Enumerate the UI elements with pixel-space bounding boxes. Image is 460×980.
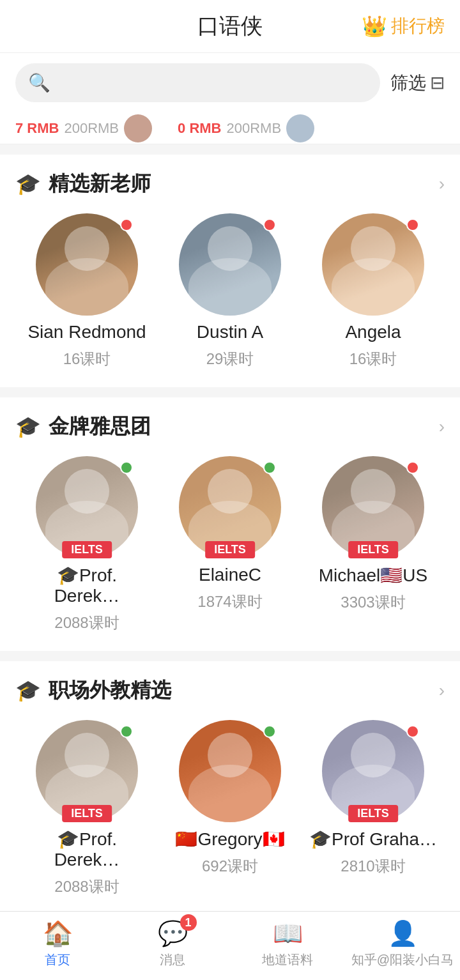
avatar-wrap-gregory: [179, 720, 281, 822]
section-workplace: 🎓 职场外教精选 › IELTS 🎓Prof. Derek… 2088课时: [0, 661, 460, 915]
teacher-grid-new: Sian Redmond 16课时 Dustin A 29课时: [15, 213, 445, 369]
teacher-card-gregory[interactable]: 🇨🇳Gregory🇨🇦 692课时: [166, 720, 294, 897]
teacher-card-elaine[interactable]: IELTS ElaineC 1874课时: [166, 456, 294, 633]
ielts-badge-derek: IELTS: [62, 541, 112, 558]
search-bar-row: 🔍 筛选 ⊟: [0, 53, 460, 112]
price-2-orig: 200RMB: [227, 120, 282, 137]
price-strip: 7 RMB 200RMB 0 RMB 200RMB: [0, 112, 460, 144]
price-2-avatar: [286, 114, 314, 142]
teacher-lessons-sian: 16课时: [63, 349, 111, 369]
section-title-wrap-workplace: 🎓 职场外教精选: [15, 677, 171, 705]
online-dot-derek: [120, 461, 133, 474]
nav-label-messages: 消息: [160, 951, 185, 969]
search-icon: 🔍: [28, 72, 50, 93]
teacher-name-profg: 🎓Prof Graha…: [309, 829, 437, 850]
online-dot-profg: [406, 725, 419, 738]
section-ielts: 🎓 金牌雅思团 › IELTS 🎓Prof. Derek… 2088课时: [0, 397, 460, 651]
grad-icon-ielts: 🎓: [15, 415, 41, 439]
online-dot-angela: [406, 218, 419, 231]
teacher-name-dustin: Dustin A: [197, 322, 263, 342]
price-2-amount: 0 RMB: [178, 120, 221, 137]
price-1-avatar: [124, 114, 152, 142]
price-item-2: 0 RMB 200RMB: [178, 114, 314, 142]
nav-label-zhihu: 知乎@阳装小白马: [351, 951, 454, 969]
nav-badge-wrap-messages: 💬 1: [158, 919, 188, 947]
teacher-card-dustin[interactable]: Dustin A 29课时: [166, 213, 294, 369]
teacher-card-derek[interactable]: IELTS 🎓Prof. Derek… 2088课时: [23, 456, 151, 633]
grad-icon-new: 🎓: [15, 172, 41, 196]
section-header-ielts: 🎓 金牌雅思团 ›: [15, 413, 445, 441]
price-1-orig: 200RMB: [64, 120, 119, 137]
nav-item-home[interactable]: 🏠 首页: [0, 919, 115, 969]
ielts-badge-derek2: IELTS: [62, 805, 112, 822]
online-dot-elaine: [263, 461, 276, 474]
main-content: 🎓 精选新老师 › Sian Redmond 16课时: [0, 155, 460, 980]
nav-item-content[interactable]: 📖 地道语料: [230, 919, 345, 969]
teacher-grid-workplace: IELTS 🎓Prof. Derek… 2088课时 🇨🇳Gregory🇨🇦 6…: [15, 720, 445, 897]
avatar-wrap-profg: IELTS: [322, 720, 424, 822]
zhihu-icon: 👤: [388, 919, 418, 947]
section-title-wrap-ielts: 🎓 金牌雅思团: [15, 413, 151, 441]
grad-icon-workplace: 🎓: [15, 678, 41, 703]
nav-label-home: 首页: [45, 951, 70, 969]
nav-item-messages[interactable]: 💬 1 消息: [115, 919, 230, 969]
online-dot-sian: [120, 218, 133, 231]
section-title-new: 精选新老师: [49, 170, 151, 198]
avatar-wrap-dustin: [179, 213, 281, 316]
ielts-badge-michael: IELTS: [348, 541, 398, 558]
crown-icon: 👑: [362, 14, 387, 38]
teacher-card-angela[interactable]: Angela 16课时: [309, 213, 437, 369]
section-header-new: 🎓 精选新老师 ›: [15, 170, 445, 198]
nav-item-zhihu[interactable]: 👤 知乎@阳装小白马: [345, 919, 460, 969]
filter-icon: ⊟: [430, 72, 445, 93]
section-title-workplace: 职场外教精选: [49, 677, 171, 705]
teacher-name-michael: Michael🇺🇸US: [319, 565, 427, 586]
search-input-wrap[interactable]: 🔍: [15, 63, 380, 102]
avatar-wrap-sian: [36, 213, 138, 316]
chevron-right-ielts[interactable]: ›: [439, 417, 445, 437]
avatar-wrap-elaine: IELTS: [179, 456, 281, 558]
teacher-lessons-profg: 2810课时: [341, 856, 405, 877]
teacher-grid-ielts: IELTS 🎓Prof. Derek… 2088课时 IELTS ElaineC…: [15, 456, 445, 633]
teacher-lessons-angela: 16课时: [349, 349, 397, 369]
nav-label-content: 地道语料: [262, 951, 313, 969]
app-title: 口语侠: [197, 11, 263, 41]
online-dot-michael: [406, 461, 419, 474]
filter-label: 筛选: [390, 71, 426, 95]
ranking-label: 排行榜: [391, 14, 445, 38]
teacher-name-derek2: 🎓Prof. Derek…: [23, 829, 151, 870]
ielts-badge-elaine: IELTS: [205, 541, 255, 558]
home-icon: 🏠: [43, 919, 73, 947]
teacher-lessons-michael: 3303课时: [341, 592, 405, 613]
teacher-lessons-gregory: 692课时: [202, 856, 258, 877]
teacher-lessons-derek: 2088课时: [54, 613, 119, 633]
online-dot-dustin: [263, 218, 276, 231]
teacher-card-profg[interactable]: IELTS 🎓Prof Graha… 2810课时: [309, 720, 437, 897]
filter-btn[interactable]: 筛选 ⊟: [390, 71, 445, 95]
teacher-name-elaine: ElaineC: [199, 565, 261, 585]
price-1-amount: 7 RMB: [15, 120, 59, 137]
online-dot-gregory: [263, 725, 276, 738]
chevron-right-new[interactable]: ›: [439, 174, 445, 194]
chevron-right-workplace[interactable]: ›: [439, 680, 445, 701]
avatar-wrap-derek: IELTS: [36, 456, 138, 558]
messages-badge: 1: [180, 914, 197, 931]
teacher-card-sian[interactable]: Sian Redmond 16课时: [23, 213, 151, 369]
ranking-btn[interactable]: 👑 排行榜: [362, 14, 445, 38]
section-header-workplace: 🎓 职场外教精选 ›: [15, 677, 445, 705]
section-title-ielts: 金牌雅思团: [49, 413, 151, 441]
teacher-lessons-elaine: 1874课时: [197, 592, 262, 612]
teacher-lessons-dustin: 29课时: [206, 349, 254, 369]
avatar-wrap-michael: IELTS: [322, 456, 424, 558]
avatar-wrap-angela: [322, 213, 424, 316]
online-dot-derek2: [120, 725, 133, 738]
teacher-card-derek2[interactable]: IELTS 🎓Prof. Derek… 2088课时: [23, 720, 151, 897]
teacher-card-michael[interactable]: IELTS Michael🇺🇸US 3303课时: [309, 456, 437, 633]
bottom-nav: 🏠 首页 💬 1 消息 📖 地道语料 👤 知乎@阳装小白马: [0, 911, 460, 980]
avatar-wrap-derek2: IELTS: [36, 720, 138, 822]
section-new-teachers: 🎓 精选新老师 › Sian Redmond 16课时: [0, 155, 460, 387]
price-item-1: 7 RMB 200RMB: [15, 114, 152, 142]
teacher-name-derek: 🎓Prof. Derek…: [23, 565, 151, 606]
teacher-name-sian: Sian Redmond: [27, 322, 146, 342]
section-title-wrap-new: 🎓 精选新老师: [15, 170, 151, 198]
